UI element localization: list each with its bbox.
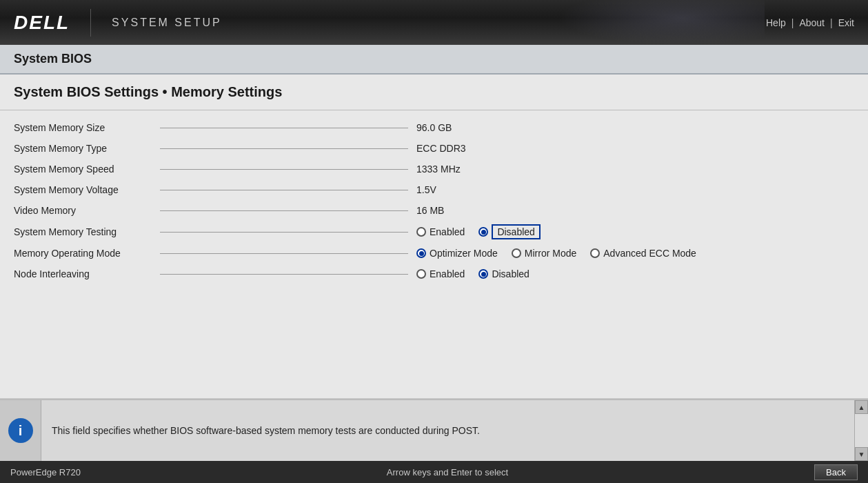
- help-link[interactable]: Help: [766, 17, 786, 28]
- back-button[interactable]: Back: [814, 464, 858, 480]
- info-text-section: This field specifies whether BIOS softwa…: [41, 400, 854, 461]
- scroll-track: [855, 414, 868, 447]
- dell-logo: DELL: [14, 12, 70, 34]
- radio-group-ni: Enabled Disabled: [416, 268, 529, 279]
- scroll-down-button[interactable]: ▼: [855, 447, 868, 461]
- line-5: [160, 232, 408, 233]
- line-4: [160, 210, 408, 211]
- radio-ni-enabled[interactable]: Enabled: [416, 268, 465, 279]
- label-node-interleaving: Node Interleaving: [14, 268, 152, 279]
- row-system-memory-voltage: System Memory Voltage 1.5V: [14, 179, 854, 200]
- label-video-memory: Video Memory: [14, 205, 152, 216]
- section-title-bar: System BIOS: [0, 45, 868, 75]
- radio-circle-ni-disabled: [478, 269, 488, 279]
- radio-circle-smt-disabled: [478, 227, 488, 237]
- value-system-memory-size: 96.0 GB: [416, 122, 485, 133]
- row-node-interleaving: Node Interleaving Enabled Disabled: [14, 264, 854, 284]
- scroll-up-button[interactable]: ▲: [855, 400, 868, 414]
- radio-label-ni-disabled: Disabled: [492, 268, 529, 279]
- label-memory-operating-mode: Memory Operating Mode: [14, 248, 152, 259]
- label-system-memory-speed: System Memory Speed: [14, 164, 152, 175]
- value-video-memory: 16 MB: [416, 205, 485, 216]
- radio-group-smt: Enabled Disabled: [416, 224, 541, 239]
- radio-label-smt-enabled: Enabled: [430, 226, 465, 237]
- scrollbar[interactable]: ▲ ▼: [854, 400, 868, 461]
- radio-circle-mom-advanced: [590, 248, 600, 258]
- label-system-memory-size: System Memory Size: [14, 122, 152, 133]
- exit-link[interactable]: Exit: [838, 17, 854, 28]
- label-system-memory-type: System Memory Type: [14, 143, 152, 154]
- radio-circle-mom-mirror: [512, 248, 521, 258]
- row-system-memory-size: System Memory Size 96.0 GB: [14, 117, 854, 138]
- footer: PowerEdge R720 Arrow keys and Enter to s…: [0, 461, 868, 483]
- header: DELL SYSTEM SETUP Help | About | Exit: [0, 0, 868, 45]
- radio-mom-advanced[interactable]: Advanced ECC Mode: [590, 248, 696, 259]
- header-nav: Help | About | Exit: [766, 17, 854, 28]
- radio-smt-disabled[interactable]: Disabled: [478, 224, 540, 239]
- line-7: [160, 274, 408, 275]
- value-system-memory-speed: 1333 MHz: [416, 164, 485, 175]
- row-system-memory-speed: System Memory Speed 1333 MHz: [14, 159, 854, 179]
- radio-label-mom-advanced: Advanced ECC Mode: [603, 248, 696, 259]
- label-system-memory-voltage: System Memory Voltage: [14, 184, 152, 195]
- radio-circle-mom-optimizer: [416, 248, 426, 258]
- radio-label-smt-disabled: Disabled: [492, 224, 540, 239]
- radio-ni-disabled[interactable]: Disabled: [478, 268, 529, 279]
- line-2: [160, 169, 408, 170]
- page-title-bar: System BIOS Settings • Memory Settings: [0, 75, 868, 110]
- footer-model: PowerEdge R720: [10, 467, 81, 477]
- row-system-memory-type: System Memory Type ECC DDR3: [14, 138, 854, 159]
- separator-1: |: [791, 17, 794, 28]
- line-1: [160, 148, 408, 149]
- about-link[interactable]: About: [799, 17, 825, 28]
- radio-label-mom-optimizer: Optimizer Mode: [430, 248, 498, 259]
- info-icon-section: i: [0, 400, 41, 461]
- header-title: SYSTEM SETUP: [112, 17, 222, 29]
- radio-smt-enabled[interactable]: Enabled: [416, 226, 465, 237]
- radio-mom-mirror[interactable]: Mirror Mode: [512, 248, 576, 259]
- section-title: System BIOS: [14, 52, 854, 66]
- row-memory-operating-mode: Memory Operating Mode Optimizer Mode Mir…: [14, 243, 854, 264]
- row-video-memory: Video Memory 16 MB: [14, 200, 854, 221]
- row-system-memory-testing: System Memory Testing Enabled Disabled: [14, 221, 854, 243]
- footer-hint: Arrow keys and Enter to select: [387, 467, 508, 477]
- main-content: System Memory Size 96.0 GB System Memory…: [0, 110, 868, 398]
- radio-group-mom: Optimizer Mode Mirror Mode Advanced ECC …: [416, 248, 696, 259]
- label-system-memory-testing: System Memory Testing: [14, 226, 152, 237]
- radio-mom-optimizer[interactable]: Optimizer Mode: [416, 248, 498, 259]
- line-0: [160, 128, 408, 128]
- info-text: This field specifies whether BIOS softwa…: [52, 425, 480, 436]
- radio-circle-ni-enabled: [416, 269, 426, 279]
- info-bar: i This field specifies whether BIOS soft…: [0, 399, 868, 461]
- line-6: [160, 253, 408, 254]
- page-title: System BIOS Settings • Memory Settings: [14, 84, 854, 100]
- separator-2: |: [830, 17, 833, 28]
- info-icon: i: [8, 418, 33, 443]
- radio-label-ni-enabled: Enabled: [430, 268, 465, 279]
- value-system-memory-type: ECC DDR3: [416, 143, 485, 154]
- value-system-memory-voltage: 1.5V: [416, 184, 485, 195]
- line-3: [160, 190, 408, 190]
- radio-circle-smt-enabled: [416, 227, 426, 237]
- radio-label-mom-mirror: Mirror Mode: [525, 248, 576, 259]
